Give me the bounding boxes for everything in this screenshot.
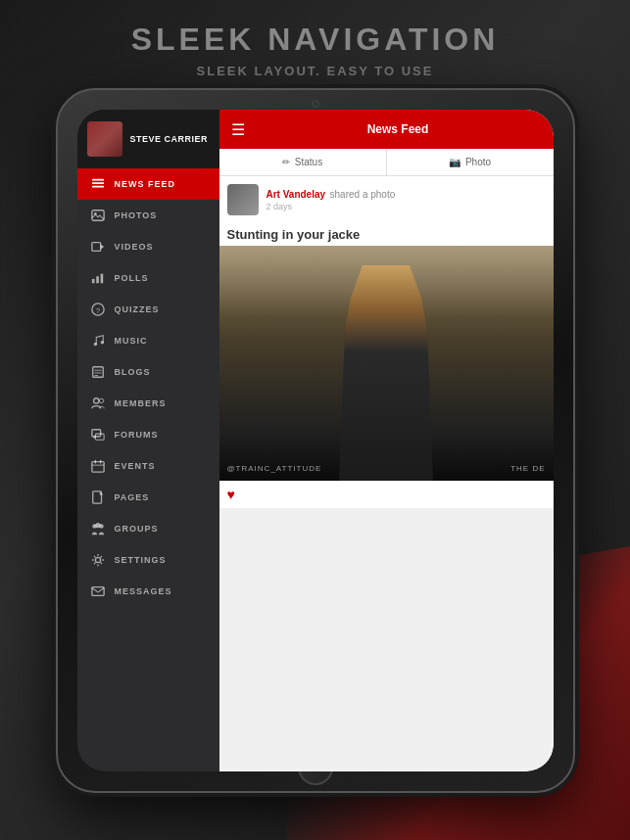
sidebar-nav: NEWS FEEDPHOTOSVIDEOSPOLLS?QUIZZESMUSICB… (77, 168, 219, 771)
nav-label: MEMBERS (115, 398, 167, 408)
svg-marker-6 (100, 244, 104, 249)
blogs-icon (91, 365, 105, 379)
sidebar-item-groups[interactable]: GROUPS (77, 513, 219, 544)
nav-label: EVENTS (115, 461, 156, 471)
quizzes-icon: ? (91, 303, 105, 316)
svg-point-29 (95, 523, 100, 528)
sidebar: STEVE CARRIER NEWS FEEDPHOTOSVIDEOSPOLLS… (77, 110, 219, 771)
menu-icon[interactable]: ☰ (231, 120, 245, 139)
post-meta: Art Vandelay shared a photo 2 days (267, 184, 546, 211)
svg-text:?: ? (95, 306, 100, 315)
sidebar-item-videos[interactable]: VIDEOS (77, 231, 219, 262)
videos-icon (91, 240, 105, 254)
svg-rect-5 (91, 243, 100, 252)
news-icon (91, 177, 105, 191)
nav-label: FORUMS (115, 430, 159, 440)
sidebar-item-photos[interactable]: PHOTOS (77, 200, 219, 231)
nav-label: NEWS FEED (115, 179, 176, 189)
post-author: Art Vandelay shared a photo (267, 184, 546, 202)
watermark-left: @TRAINC_ATTITUDE (227, 464, 322, 473)
content-tabs: ✏ Status 📷 Photo (219, 149, 554, 176)
forums-icon (91, 428, 105, 442)
svg-rect-8 (96, 276, 99, 283)
sidebar-header: STEVE CARRIER (77, 110, 219, 168)
post-text: Stunting in your jacke (219, 223, 554, 246)
topbar: ☰ News Feed (219, 110, 554, 149)
sidebar-item-quizzes[interactable]: ?QUIZZES (77, 294, 219, 325)
sidebar-item-forums[interactable]: FORUMS (77, 419, 219, 450)
topbar-title: News Feed (255, 122, 542, 136)
svg-point-30 (95, 557, 100, 562)
svg-point-12 (93, 343, 97, 347)
post-footer: ♥ (219, 481, 554, 508)
camera-icon: 📷 (449, 157, 460, 167)
pages-icon (91, 490, 105, 504)
nav-label: GROUPS (115, 524, 159, 534)
nav-label: MUSIC (115, 336, 148, 346)
page-title: SLEEK NAVIGATION (0, 22, 630, 58)
feed-content: Art Vandelay shared a photo 2 days Stunt… (219, 176, 554, 771)
svg-rect-9 (100, 274, 103, 284)
nav-label: PHOTOS (115, 210, 158, 220)
nav-label: PAGES (115, 492, 150, 502)
tablet-screen: STEVE CARRIER NEWS FEEDPHOTOSVIDEOSPOLLS… (77, 110, 554, 771)
feed-post: Art Vandelay shared a photo 2 days Stunt… (219, 176, 554, 508)
sidebar-item-settings[interactable]: SETTINGS (77, 544, 219, 576)
photo-label: Photo (465, 157, 491, 167)
sidebar-item-members[interactable]: MEMBERS (77, 388, 219, 419)
nav-label: MESSAGES (115, 586, 172, 596)
svg-rect-22 (91, 462, 103, 473)
main-content: ☰ News Feed ✏ Status 📷 Photo (219, 110, 554, 771)
svg-rect-1 (91, 182, 103, 184)
svg-point-19 (99, 398, 103, 402)
svg-rect-0 (91, 179, 103, 181)
events-icon (91, 459, 105, 473)
svg-point-18 (93, 398, 98, 403)
tab-photo[interactable]: 📷 Photo (387, 149, 554, 175)
svg-rect-31 (91, 587, 103, 596)
nav-label: QUIZZES (115, 304, 160, 314)
post-time: 2 days (267, 202, 546, 211)
watermark-right: THE DE (510, 464, 545, 473)
page-subtitle: SLEEK LAYOUT. EASY TO USE (0, 64, 630, 78)
post-image: @TRAINC_ATTITUDE THE DE (219, 246, 554, 481)
polls-icon (91, 271, 105, 285)
avatar (87, 121, 122, 157)
settings-icon (91, 553, 105, 567)
nav-label: SETTINGS (115, 555, 167, 565)
nav-label: POLLS (115, 273, 149, 283)
post-header: Art Vandelay shared a photo 2 days (219, 176, 554, 223)
sidebar-username: STEVE CARRIER (130, 134, 209, 145)
status-label: Status (295, 157, 322, 167)
edit-icon: ✏ (282, 157, 290, 167)
sidebar-item-blogs[interactable]: BLOGS (77, 356, 219, 388)
messages-icon (91, 584, 105, 598)
svg-rect-3 (91, 210, 103, 221)
sidebar-item-events[interactable]: EVENTS (77, 450, 219, 482)
post-action: shared a photo (330, 189, 396, 200)
members-icon (91, 397, 105, 410)
music-icon (91, 334, 105, 348)
nav-label: BLOGS (115, 367, 151, 377)
photos-icon (91, 209, 105, 222)
sidebar-item-pages[interactable]: PAGES (77, 482, 219, 513)
sidebar-item-polls[interactable]: POLLS (77, 262, 219, 294)
svg-rect-20 (91, 430, 100, 437)
sidebar-item-music[interactable]: MUSIC (77, 325, 219, 356)
app-screen: STEVE CARRIER NEWS FEEDPHOTOSVIDEOSPOLLS… (77, 110, 554, 771)
groups-icon (91, 522, 105, 536)
camera (312, 100, 319, 108)
like-icon[interactable]: ♥ (227, 487, 235, 502)
post-avatar (227, 184, 259, 215)
svg-rect-7 (91, 279, 94, 283)
tablet-frame: STEVE CARRIER NEWS FEEDPHOTOSVIDEOSPOLLS… (56, 88, 575, 793)
nav-label: VIDEOS (115, 242, 154, 252)
sidebar-item-messages[interactable]: MESSAGES (77, 576, 219, 607)
tab-status[interactable]: ✏ Status (219, 149, 387, 175)
svg-point-13 (100, 341, 104, 345)
svg-rect-2 (91, 186, 103, 188)
sidebar-item-news-feed[interactable]: NEWS FEED (77, 168, 219, 200)
